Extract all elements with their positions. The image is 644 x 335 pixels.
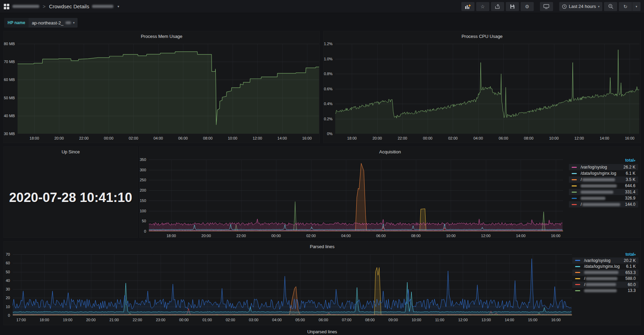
legend-table: total▾/var/log/syslog20.2 K/data/logs/ng… [572, 242, 638, 325]
legend-total-value: 331.4 [625, 190, 635, 194]
series-color-dash-icon[interactable] [572, 192, 577, 193]
cycle-view-button[interactable] [540, 2, 553, 11]
parsed-lines-chart[interactable] [13, 254, 572, 315]
redacted-text [581, 197, 605, 200]
series-color-dash-icon[interactable] [575, 260, 580, 261]
legend-row: /144.0 [569, 201, 638, 207]
redacted-folder-name[interactable] [12, 5, 39, 8]
legend-series-label[interactable]: / [581, 177, 615, 182]
x-tick-label: 04:00 [267, 318, 287, 322]
legend-sort-total[interactable]: total▾ [625, 252, 636, 257]
variable-dropdown[interactable]: ap-northeast-2_ ▾ [29, 18, 78, 28]
settings-gear-button[interactable]: ⚙ [521, 2, 534, 11]
y-tick-label: 250 [140, 178, 146, 182]
legend-series-label[interactable]: /var/log/syslog [584, 258, 611, 263]
y-tick-label: 50 MB [4, 96, 15, 100]
dashboards-grid-icon[interactable] [3, 3, 10, 10]
refresh-interval-caret[interactable]: ▾ [632, 2, 641, 11]
y-tick-label: 10 [4, 305, 10, 309]
save-button[interactable] [506, 2, 519, 11]
share-button[interactable] [491, 2, 504, 11]
x-tick-label: 16:00 [619, 136, 640, 140]
legend-series-label[interactable]: / [584, 282, 616, 287]
x-tick-label: 20:00 [49, 136, 69, 140]
y-tick-label: 200 [140, 188, 146, 192]
redacted-title-suffix [92, 5, 113, 8]
y-tick-label: 70 MB [4, 60, 15, 64]
x-tick-label: 18:00 [24, 136, 45, 140]
y-tick-label: 60 [4, 261, 10, 265]
y-tick-label: 0 [4, 313, 10, 317]
x-tick-label: 18:00 [161, 234, 182, 238]
x-tick-label: 12:00 [452, 318, 473, 322]
x-tick-label: 02:00 [301, 234, 321, 238]
y-tick-label: 0.6% [324, 87, 333, 91]
series-color-dash-icon[interactable] [572, 173, 577, 174]
x-tick-label: 22:00 [231, 234, 252, 238]
x-tick-label: 06:00 [173, 136, 193, 140]
x-tick-label: 15:00 [522, 318, 543, 322]
y-tick-label: 70 [4, 252, 10, 256]
x-tick-label: 00:00 [98, 136, 119, 140]
redacted-text [581, 191, 613, 194]
star-button[interactable]: ☆ [476, 2, 489, 11]
series-color-dash-icon[interactable] [575, 290, 580, 291]
time-range-button[interactable]: Last 24 hours ▾ [559, 2, 602, 11]
x-tick-label: 02:00 [123, 136, 144, 140]
breadcrumb-separator: > [43, 4, 45, 9]
x-tick-label: 13:00 [476, 318, 497, 322]
process-mem-usage-chart[interactable] [18, 44, 319, 134]
redacted-text [586, 283, 616, 286]
x-tick-label: 06:00 [313, 318, 334, 322]
dashboard-caret-icon[interactable]: ▾ [117, 4, 119, 8]
panel-title[interactable]: Process CPU Usage [324, 34, 641, 39]
legend-total-value: 326.9 [625, 196, 635, 201]
legend-series-label[interactable] [584, 271, 619, 274]
panel-process-cpu-usage: Process CPU Usage 18:0020:0022:0000:0002… [323, 31, 641, 143]
panel-title[interactable]: Parsed lines [4, 244, 641, 249]
zoom-out-button[interactable] [604, 2, 617, 11]
panel-up-since: Up Since 2020-07-28 10:41:10 [3, 146, 138, 238]
variable-value: ap-northeast-2_ [32, 20, 63, 26]
series-color-dash-icon[interactable] [572, 204, 577, 205]
series-color-dash-icon[interactable] [575, 272, 580, 273]
series-color-dash-icon[interactable] [572, 198, 577, 199]
panel-title[interactable]: Unparsed lines [3, 329, 641, 334]
x-tick-label: 00:00 [174, 318, 194, 322]
legend-sort-total[interactable]: total▾ [625, 158, 635, 163]
series-color-dash-icon[interactable] [572, 167, 577, 168]
legend-series-label[interactable]: / [584, 276, 617, 281]
panel-title[interactable]: Process Mem Usage [4, 34, 319, 39]
add-panel-button[interactable] [461, 2, 474, 11]
legend-series-label[interactable]: /data/logs/nginx.log [581, 171, 616, 176]
x-tick-label: 22:00 [392, 136, 413, 140]
series-color-dash-icon[interactable] [575, 278, 580, 279]
x-tick-label: 10:00 [544, 136, 564, 140]
panel-title[interactable]: Up Since [4, 149, 137, 154]
series-color-dash-icon[interactable] [572, 185, 577, 186]
legend-series-label[interactable]: /var/log/syslog [581, 165, 607, 170]
legend-series-label[interactable] [581, 184, 617, 187]
legend-series-label[interactable] [584, 289, 617, 292]
legend-series-label[interactable] [581, 197, 605, 200]
series-color-dash-icon[interactable] [572, 179, 577, 180]
y-tick-label: 350 [140, 158, 146, 162]
x-tick-label: 17:00 [11, 318, 31, 322]
legend-series-label[interactable]: / [581, 202, 620, 207]
panel-title[interactable]: Acquisition [140, 149, 641, 154]
series-color-dash-icon[interactable] [575, 266, 580, 267]
x-tick-label: 00:00 [266, 234, 286, 238]
dashboard-title[interactable]: Crowdsec Details [49, 3, 89, 9]
y-tick-label: 40 MB [4, 114, 15, 118]
acquisition-chart[interactable] [149, 160, 563, 231]
x-tick-label: 20:00 [367, 136, 388, 140]
y-tick-label: 30 MB [4, 132, 15, 136]
process-cpu-usage-chart[interactable] [335, 44, 640, 134]
x-tick-label: 16:00 [545, 234, 566, 238]
legend-series-label[interactable] [581, 191, 613, 194]
refresh-button[interactable]: ↻ [619, 2, 632, 11]
legend-series-label[interactable]: /data/logs/nginx.log [584, 264, 620, 269]
variable-caret-icon: ▾ [73, 21, 75, 24]
series-color-dash-icon[interactable] [575, 284, 580, 285]
legend-total-value: 6.1 K [626, 264, 636, 269]
